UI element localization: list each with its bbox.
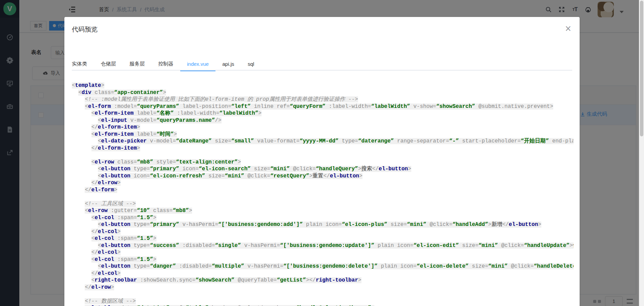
code-line: </el-form-item> xyxy=(72,145,574,152)
scrollbar-thumb[interactable] xyxy=(640,1,643,136)
code-line: <el-form :model=“queryParams” label-posi… xyxy=(72,103,574,110)
dialog-title: 代码预览 xyxy=(72,25,98,34)
code-preview-dialog: 代码预览 × 实体类仓储层服务层控制器index.vueapi.jssql <t… xyxy=(64,17,580,306)
code-line xyxy=(72,152,574,159)
close-icon[interactable]: × xyxy=(565,24,572,33)
code-line: <!-- 工具区域 --> xyxy=(72,200,574,208)
code-line: <!-- :model属性用于表单验证使用 比如下面的el-form-item … xyxy=(72,96,574,103)
code-line: <template> xyxy=(72,82,574,89)
code-line: </el-col> xyxy=(72,228,574,235)
code-line: <el-button type=“danger” :disabled=“mult… xyxy=(72,263,574,270)
code-line: <el-col :span=“1.5”> xyxy=(72,214,574,222)
code-line: <el-row :gutter=“10” class=“mb8”> xyxy=(72,207,574,214)
dialog-tab-实体类[interactable]: 实体类 xyxy=(72,57,94,71)
code-line xyxy=(72,193,574,200)
code-line: </el-form> xyxy=(72,187,574,194)
code-line: <el-col :span=“1.5”> xyxy=(72,256,574,263)
dialog-tab-sql[interactable]: sql xyxy=(241,57,261,71)
code-line: </el-col> xyxy=(72,270,574,277)
code-line: <el-input v-model=“queryParams.name”/> xyxy=(72,117,574,124)
code-block: <template> <div class=“app-container”> <… xyxy=(72,82,574,306)
code-line: <el-button type=“success” :disabled=“sin… xyxy=(72,242,574,249)
code-line: <!-- 数据区域 --> xyxy=(72,298,574,305)
code-line: <el-button type=“primary” v-hasPermi=“['… xyxy=(72,221,574,228)
code-line: <el-button type=“primary” icon=“el-icon-… xyxy=(72,166,574,173)
code-line: </el-form-item> xyxy=(72,124,574,131)
code-line: <el-table :data=“dataList” ref=“table” b… xyxy=(72,305,574,306)
code-line xyxy=(72,291,574,298)
code-line: </el-col> xyxy=(72,249,574,256)
dialog-tab-index.vue[interactable]: index.vue xyxy=(180,57,215,71)
dialog-tab-仓储层[interactable]: 仓储层 xyxy=(94,57,123,71)
code-line: </el-row> xyxy=(72,284,574,291)
code-line: <el-form-item label=“时间”> xyxy=(72,131,574,138)
code-line: <div class=“app-container”> xyxy=(72,89,574,96)
dialog-scrollbar[interactable] xyxy=(639,0,644,306)
dialog-tab-服务层[interactable]: 服务层 xyxy=(123,57,151,71)
code-line: <el-row class=“mb8” style=“text-align:ce… xyxy=(72,159,574,166)
dialog-tab-api.js[interactable]: api.js xyxy=(215,57,241,71)
dialog-tabs: 实体类仓储层服务层控制器index.vueapi.jssql xyxy=(72,57,572,71)
code-line: <el-col :span=“1.5”> xyxy=(72,235,574,242)
code-line: <el-date-picker v-model=“dateRange” size… xyxy=(72,138,574,145)
code-line: <el-form-item label=“名称” :label-width=“l… xyxy=(72,110,574,117)
dialog-tab-控制器[interactable]: 控制器 xyxy=(151,57,180,71)
code-line: <el-button icon=“el-icon-refresh” size=“… xyxy=(72,173,574,180)
code-line: <right-toolbar :showSearch.sync=“showSea… xyxy=(72,277,574,284)
code-line: </el-row> xyxy=(72,179,574,187)
